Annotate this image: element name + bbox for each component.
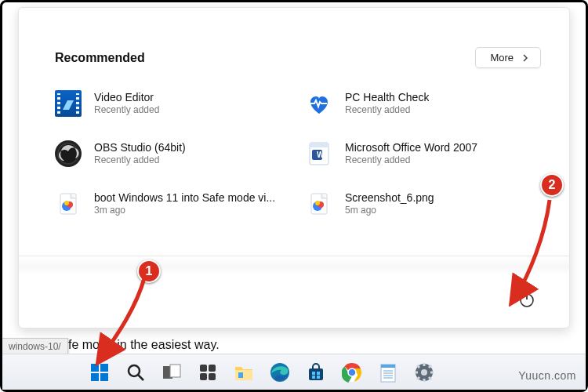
screenshot-frame: windows-10/ fe mode in the easiest way. … <box>0 0 588 392</box>
recommended-heading: Recommended <box>55 51 145 65</box>
recommended-item-pc-health[interactable]: PC Health Check Recently added <box>306 90 541 117</box>
taskbar <box>2 354 586 390</box>
item-label: boot Windows 11 into Safe mode vi... <box>94 191 275 205</box>
svg-line-64 <box>429 377 431 379</box>
svg-rect-8 <box>76 104 79 107</box>
svg-point-24 <box>315 201 320 205</box>
svg-rect-52 <box>381 365 395 368</box>
svg-line-33 <box>138 375 143 380</box>
svg-rect-6 <box>76 95 79 97</box>
svg-rect-38 <box>200 373 207 380</box>
edge-icon <box>270 362 290 383</box>
svg-rect-45 <box>317 372 320 375</box>
notepad-button[interactable] <box>377 361 399 383</box>
more-button-label: More <box>490 52 514 64</box>
svg-rect-7 <box>76 100 79 102</box>
svg-line-65 <box>417 377 419 379</box>
task-view-icon <box>162 364 181 381</box>
svg-rect-40 <box>235 370 252 380</box>
item-label: OBS Studio (64bit) <box>94 141 186 155</box>
search-button[interactable] <box>125 361 147 383</box>
recommended-item-word[interactable]: W Microsoft Office Word 2007 Recently ad… <box>306 140 541 167</box>
chrome-button[interactable] <box>341 361 363 383</box>
callout-2: 2 <box>540 173 564 197</box>
item-sub: Recently added <box>94 104 159 116</box>
store-button[interactable] <box>305 361 327 383</box>
svg-rect-37 <box>209 365 216 372</box>
svg-rect-14 <box>310 143 328 147</box>
start-button[interactable] <box>89 361 111 383</box>
page-text-fragment: fe mode in the easiest way. <box>68 338 220 352</box>
svg-point-32 <box>129 365 140 376</box>
svg-rect-47 <box>317 376 320 379</box>
svg-rect-30 <box>91 373 99 381</box>
svg-rect-3 <box>57 100 60 102</box>
item-sub: 5m ago <box>345 205 434 216</box>
item-sub: Recently added <box>345 104 429 116</box>
svg-rect-9 <box>76 109 79 111</box>
svg-rect-27 <box>524 292 529 296</box>
svg-rect-35 <box>170 365 180 377</box>
recommended-item-video-editor[interactable]: Video Editor Recently added <box>55 90 290 117</box>
power-icon <box>517 290 536 309</box>
svg-rect-4 <box>57 104 60 107</box>
file-explorer-button[interactable] <box>233 361 255 383</box>
power-button[interactable] <box>517 290 536 309</box>
svg-line-66 <box>429 365 431 368</box>
word-icon: W <box>306 140 332 167</box>
panel-divider <box>19 256 569 274</box>
svg-rect-43 <box>309 368 323 380</box>
pc-health-icon <box>306 90 332 117</box>
svg-rect-5 <box>57 109 60 111</box>
edge-button[interactable] <box>269 361 291 383</box>
item-sub: Recently added <box>94 154 186 166</box>
recommended-item-obs[interactable]: OBS Studio (64bit) Recently added <box>55 140 290 167</box>
svg-point-20 <box>64 201 69 205</box>
task-view-button[interactable] <box>161 361 183 383</box>
recommended-grid: Video Editor Recently added PC Health Ch… <box>55 90 541 217</box>
obs-icon <box>55 140 82 167</box>
search-icon <box>126 363 145 382</box>
widgets-button[interactable] <box>197 361 219 383</box>
paint-file-icon <box>306 191 332 217</box>
browser-tab-fragment: windows-10/ <box>2 338 68 355</box>
svg-point-58 <box>421 369 427 376</box>
svg-rect-29 <box>100 364 108 372</box>
chevron-right-icon <box>521 54 529 62</box>
recommended-item-safemode[interactable]: boot Windows 11 into Safe mode vi... 3m … <box>55 191 290 217</box>
svg-rect-39 <box>209 373 216 380</box>
more-button[interactable]: More <box>475 47 541 68</box>
gear-icon <box>414 362 434 383</box>
svg-rect-2 <box>57 95 60 97</box>
svg-rect-44 <box>312 372 315 375</box>
svg-text:W: W <box>317 151 325 159</box>
settings-button[interactable] <box>413 361 435 383</box>
svg-rect-31 <box>100 373 108 381</box>
item-label: Microsoft Office Word 2007 <box>345 141 477 155</box>
svg-rect-36 <box>200 365 207 372</box>
svg-rect-41 <box>238 372 243 378</box>
paint-file-icon <box>55 191 82 217</box>
windows-logo-icon <box>89 362 110 383</box>
item-sub: Recently added <box>345 154 477 166</box>
notepad-icon <box>379 362 397 383</box>
watermark: Yuucn.com <box>518 369 576 382</box>
item-label: Screenshot_6.png <box>345 191 434 205</box>
store-icon <box>307 363 325 382</box>
widgets-icon <box>198 363 217 382</box>
recommended-item-screenshot[interactable]: Screenshot_6.png 5m ago <box>306 191 541 217</box>
folder-icon <box>234 364 254 381</box>
svg-marker-10 <box>63 100 74 110</box>
svg-rect-46 <box>312 376 315 379</box>
video-editor-icon <box>55 90 82 117</box>
item-sub: 3m ago <box>94 205 275 216</box>
chrome-icon <box>342 362 362 383</box>
item-label: Video Editor <box>94 91 159 105</box>
svg-rect-28 <box>91 364 99 372</box>
svg-line-63 <box>417 365 419 368</box>
callout-1: 1 <box>137 260 161 283</box>
start-menu-panel: Recommended More Video Editor Recently a… <box>18 7 570 328</box>
item-label: PC Health Check <box>345 91 429 105</box>
